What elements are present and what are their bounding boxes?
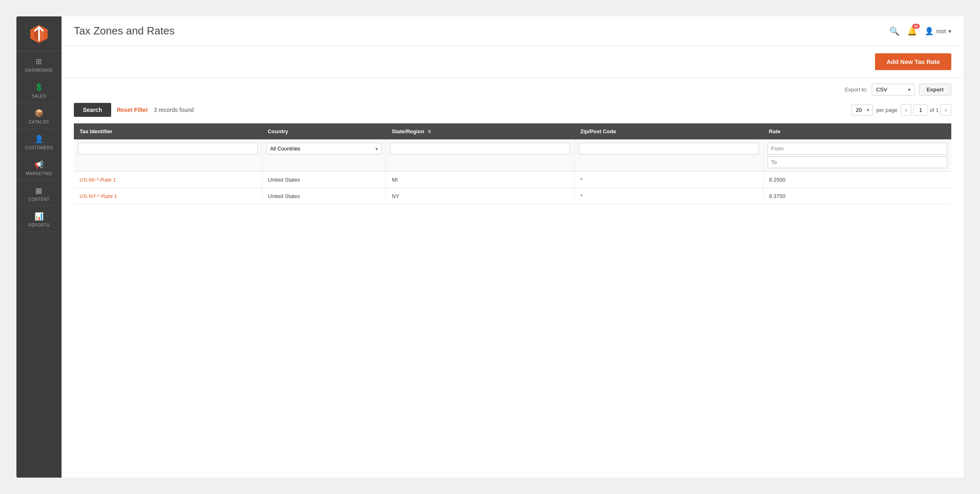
col-header-country: Country xyxy=(262,123,386,139)
cell-tax-identifier: US-MI-*-Rate 1 xyxy=(74,172,262,188)
customers-icon: 👤 xyxy=(34,134,44,143)
records-found: 3 records found xyxy=(154,107,194,113)
tax-identifier-link-0[interactable]: US-MI-*-Rate 1 xyxy=(80,177,116,183)
search-button[interactable]: Search xyxy=(74,103,111,117)
filter-zip-post-code-cell xyxy=(575,139,763,172)
cell-state-region-1: NY xyxy=(386,188,575,205)
add-new-tax-rate-button[interactable]: Add New Tax Rate xyxy=(875,53,951,70)
sidebar-item-dashboard-label: Dashboard xyxy=(25,68,53,73)
page-number-input[interactable] xyxy=(913,105,928,116)
sidebar-item-catalog[interactable]: 📦 Catalog xyxy=(16,103,62,129)
table-header-row: Tax Identifier Country State/Region ⇅ Zi… xyxy=(74,123,951,139)
tax-identifier-link-1[interactable]: US-NY-*-Rate 1 xyxy=(80,193,117,199)
sidebar-item-sales[interactable]: 💲 Sales xyxy=(16,77,62,103)
sidebar-item-customers[interactable]: 👤 Customers xyxy=(16,129,62,155)
search-bar: Search Reset Filter 3 records found 20 3… xyxy=(62,99,964,123)
content-icon: ▦ xyxy=(35,186,43,195)
total-pages: 1 xyxy=(936,107,939,113)
col-header-state-region[interactable]: State/Region ⇅ xyxy=(386,123,575,139)
reset-filter-button[interactable]: Reset Filter xyxy=(117,107,148,113)
toolbar: Add New Tax Rate xyxy=(62,46,964,78)
sidebar-item-catalog-label: Catalog xyxy=(29,120,49,124)
pagination-prev-button[interactable]: ‹ xyxy=(901,104,912,116)
filter-country-select[interactable]: All Countries United States xyxy=(266,143,381,155)
notification-button[interactable]: 🔔 39 xyxy=(907,26,917,36)
sort-icon: ⇅ xyxy=(427,129,431,134)
col-header-tax-identifier: Tax Identifier xyxy=(74,123,262,139)
export-button[interactable]: Export xyxy=(919,84,951,96)
user-menu[interactable]: 👤 root ▾ xyxy=(925,27,951,36)
cell-state-region-0: MI xyxy=(386,172,575,188)
per-page-label: per page xyxy=(876,107,897,113)
sidebar-item-dashboard[interactable]: ⊞ Dashboard xyxy=(16,51,62,77)
filter-zip-post-code-input[interactable] xyxy=(579,143,759,155)
magento-logo-icon xyxy=(29,24,49,44)
sidebar: ⊞ Dashboard 💲 Sales 📦 Catalog 👤 Customer… xyxy=(16,16,62,478)
sidebar-logo xyxy=(16,16,62,51)
filter-country-cell: All Countries United States ▼ xyxy=(262,139,386,172)
sidebar-item-content-label: Content xyxy=(28,197,50,202)
rate-filter-inputs xyxy=(768,143,947,168)
table-row: US-MI-*-Rate 1 United States MI * 8.2500 xyxy=(74,172,951,188)
pagination-next-button[interactable]: › xyxy=(940,104,951,116)
search-icon[interactable]: 🔍 xyxy=(889,26,900,36)
user-menu-chevron-icon: ▾ xyxy=(948,28,951,34)
per-page-select-wrapper: 20 30 50 ▼ xyxy=(851,105,873,116)
cell-country-1: United States xyxy=(262,188,386,205)
table-wrapper: Tax Identifier Country State/Region ⇅ Zi… xyxy=(62,123,964,478)
of-label: of xyxy=(930,107,934,113)
export-format-select[interactable]: CSV Excel XML xyxy=(872,84,915,96)
filter-rate-to-input[interactable] xyxy=(768,156,947,168)
pagination-nav: ‹ of 1 › xyxy=(901,104,951,116)
cell-rate-0: 8.2500 xyxy=(763,172,951,188)
filter-state-region-cell xyxy=(386,139,575,172)
tax-rates-table: Tax Identifier Country State/Region ⇅ Zi… xyxy=(74,123,951,205)
export-bar: Export to: CSV Excel XML ▼ Export xyxy=(62,78,964,99)
user-icon: 👤 xyxy=(925,27,934,36)
main-content: Tax Zones and Rates 🔍 🔔 39 👤 root ▾ Add … xyxy=(62,16,964,478)
col-header-rate: Rate xyxy=(763,123,951,139)
sidebar-item-customers-label: Customers xyxy=(25,146,53,150)
filter-state-region-input[interactable] xyxy=(390,143,570,155)
sidebar-item-content[interactable]: ▦ Content xyxy=(16,180,62,206)
cell-tax-identifier-1: US-NY-*-Rate 1 xyxy=(74,188,262,205)
export-label: Export to: xyxy=(845,87,868,93)
per-page-select[interactable]: 20 30 50 xyxy=(851,105,873,116)
filter-rate-cell xyxy=(763,139,951,172)
cell-zip-post-code-0: * xyxy=(575,172,763,188)
reports-icon: 📊 xyxy=(34,212,44,221)
page-title: Tax Zones and Rates xyxy=(74,25,175,37)
marketing-icon: 📢 xyxy=(34,160,44,169)
filter-country-wrapper: All Countries United States ▼ xyxy=(266,143,381,155)
top-bar: Tax Zones and Rates 🔍 🔔 39 👤 root ▾ xyxy=(62,16,964,46)
cell-country-0: United States xyxy=(262,172,386,188)
sales-icon: 💲 xyxy=(34,83,44,92)
filter-tax-identifier-cell xyxy=(74,139,262,172)
notification-badge: 39 xyxy=(912,24,920,29)
dashboard-icon: ⊞ xyxy=(36,57,42,66)
filter-tax-identifier-input[interactable] xyxy=(78,143,258,155)
sidebar-item-reports-label: Reports xyxy=(28,223,50,228)
sidebar-item-sales-label: Sales xyxy=(32,94,46,98)
pagination-wrapper: 20 30 50 ▼ per page ‹ of 1 › xyxy=(851,104,951,116)
catalog-icon: 📦 xyxy=(34,109,44,118)
sidebar-item-reports[interactable]: 📊 Reports xyxy=(16,206,62,232)
export-format-wrapper: CSV Excel XML ▼ xyxy=(872,84,915,96)
top-bar-actions: 🔍 🔔 39 👤 root ▾ xyxy=(889,26,951,36)
cell-zip-post-code-1: * xyxy=(575,188,763,205)
user-name: root xyxy=(936,28,946,34)
filter-rate-from-input[interactable] xyxy=(768,143,947,155)
cell-rate-1: 8.3750 xyxy=(763,188,951,205)
sidebar-item-marketing[interactable]: 📢 Marketing xyxy=(16,155,62,180)
table-filter-row: All Countries United States ▼ xyxy=(74,139,951,172)
col-header-zip-post-code: Zip/Post Code xyxy=(575,123,763,139)
table-row: US-NY-*-Rate 1 United States NY * 8.3750 xyxy=(74,188,951,205)
sidebar-item-marketing-label: Marketing xyxy=(26,171,52,176)
